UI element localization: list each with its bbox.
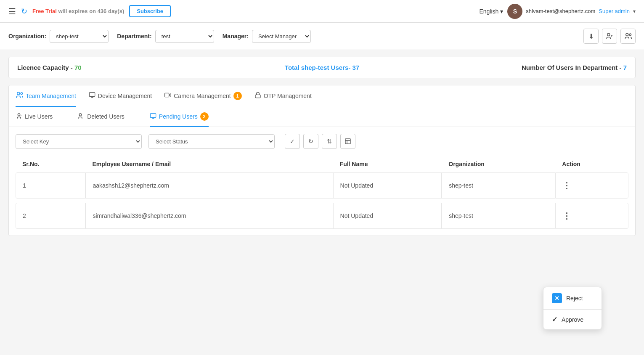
- camera-icon: [164, 92, 171, 100]
- tabs-area: Team Management Device Management Camera…: [8, 85, 636, 236]
- key-select[interactable]: Select Key: [16, 134, 142, 149]
- topbar-right: English ▾ S shivam-test@shephertz.com Su…: [479, 4, 636, 19]
- svg-rect-11: [255, 95, 260, 98]
- trial-text: Free Trial will expires on 436 day(s): [32, 8, 124, 14]
- approve-all-button[interactable]: ✓: [285, 134, 300, 149]
- language-selector[interactable]: English ▾: [479, 8, 503, 15]
- tab-live-users[interactable]: Live Users: [16, 108, 53, 127]
- tab-deleted-users[interactable]: Deleted Users: [78, 108, 125, 127]
- sort-button[interactable]: ⇅: [322, 134, 337, 149]
- team-management-label: Team Management: [26, 93, 76, 99]
- tab-team-management[interactable]: Team Management: [16, 85, 76, 107]
- svg-line-13: [21, 115, 21, 115]
- content-filters: Select Key Select Status ✓ ↻ ⇅: [9, 127, 635, 156]
- dept-filter-group: Department: test: [117, 30, 214, 43]
- licence-label: Licence Capacity -: [17, 64, 74, 71]
- cell-org: shep-test: [442, 172, 555, 199]
- camera-management-label: Camera Management: [174, 93, 231, 99]
- chevron-down-icon: ▾: [500, 8, 503, 15]
- tab-device-management[interactable]: Device Management: [89, 86, 152, 107]
- cell-srno: 1: [16, 172, 85, 199]
- col-fullname: Full Name: [333, 156, 442, 172]
- refresh-icon[interactable]: ↻: [21, 7, 27, 16]
- org-label: Organization:: [8, 33, 46, 40]
- device-management-label: Device Management: [98, 93, 152, 99]
- org-filter-group: Organization: shep-test: [8, 30, 109, 43]
- table-row: 2 simrandhaliwal336@shephertz.com Not Up…: [16, 203, 628, 229]
- cell-srno: 2: [16, 203, 85, 229]
- language-label: English: [479, 8, 498, 15]
- bulk-user-button[interactable]: [620, 29, 636, 44]
- svg-point-5: [17, 92, 20, 95]
- row-action-dots[interactable]: ⋮: [562, 181, 571, 190]
- tab-otp-management[interactable]: OTP Management: [254, 86, 312, 107]
- svg-rect-7: [89, 93, 95, 96]
- download-button[interactable]: ⬇: [583, 29, 599, 44]
- pending-users-icon: [150, 113, 156, 121]
- total-users-value: 37: [352, 64, 359, 71]
- pending-users-label: Pending Users: [159, 113, 198, 120]
- licence-capacity: Licence Capacity - 70: [17, 64, 220, 71]
- table-row: 1 aakashsh12@shephertz.com Not Updated s…: [16, 172, 628, 199]
- tab-pending-users[interactable]: Pending Users 2: [150, 107, 209, 127]
- col-org: Organization: [442, 156, 555, 172]
- total-users: Total shep-test Users- 37: [220, 64, 424, 71]
- sub-tabs: Live Users Deleted Users Pending Users 2: [9, 107, 635, 127]
- tab-camera-management[interactable]: Camera Management 1: [164, 86, 241, 107]
- svg-point-14: [79, 114, 81, 116]
- col-srno: Sr.No.: [16, 156, 85, 172]
- table-header-row: Sr.No. Employee Username / Email Full Na…: [16, 156, 628, 172]
- table-area: Sr.No. Employee Username / Email Full Na…: [9, 156, 635, 236]
- cell-fullname: Not Updated: [333, 172, 442, 199]
- live-users-label: Live Users: [25, 113, 53, 120]
- topbar-left: ☰ ↻ Free Trial will expires on 436 day(s…: [8, 5, 479, 17]
- cell-org: shep-test: [442, 203, 555, 229]
- people-icon: [16, 91, 23, 100]
- cell-email: aakashsh12@shephertz.com: [85, 172, 333, 199]
- col-action: Action: [555, 156, 628, 172]
- dept-select[interactable]: test: [155, 30, 214, 43]
- row-action-dots-2[interactable]: ⋮: [562, 211, 571, 220]
- monitor-icon: [89, 92, 95, 100]
- svg-rect-18: [345, 139, 350, 144]
- subscribe-button[interactable]: Subscribe: [129, 5, 171, 17]
- dept-label: Department:: [117, 33, 151, 40]
- user-info: S shivam-test@shephertz.com Super admin …: [507, 4, 636, 19]
- svg-rect-15: [150, 114, 156, 117]
- add-user-button[interactable]: [602, 29, 617, 44]
- org-select[interactable]: shep-test: [50, 30, 109, 43]
- table-action-icons: ✓ ↻ ⇅: [285, 134, 355, 149]
- hamburger-icon[interactable]: ☰: [8, 6, 16, 16]
- main-tabs: Team Management Device Management Camera…: [9, 85, 635, 107]
- users-table: Sr.No. Employee Username / Email Full Na…: [16, 156, 628, 229]
- pending-badge: 2: [200, 112, 209, 121]
- export-button[interactable]: [340, 134, 355, 149]
- user-email: shivam-test@shephertz.com: [526, 8, 595, 14]
- dept-users-label: Number Of Users In Department -: [522, 64, 623, 71]
- user-dropdown-arrow[interactable]: ▾: [633, 8, 636, 14]
- manager-label: Manager:: [223, 33, 249, 40]
- live-users-icon: [16, 113, 22, 121]
- svg-rect-10: [165, 93, 169, 97]
- otp-management-label: OTP Management: [264, 93, 312, 99]
- cell-action: ⋮: [555, 203, 628, 229]
- refresh-table-button[interactable]: ↻: [303, 134, 318, 149]
- svg-point-4: [629, 34, 631, 36]
- cell-email: simrandhaliwal336@shephertz.com: [85, 203, 333, 229]
- user-role: Super admin: [599, 8, 630, 14]
- status-select[interactable]: Select Status: [148, 134, 275, 149]
- total-users-label: Total shep-test Users-: [285, 64, 352, 71]
- dept-users: Number Of Users In Department - 7: [424, 64, 627, 71]
- deleted-users-icon: [78, 113, 85, 121]
- cell-action: ⋮: [555, 172, 628, 199]
- avatar: S: [507, 4, 522, 19]
- row-spacer: [16, 199, 628, 203]
- svg-point-3: [626, 33, 628, 36]
- manager-select[interactable]: Select Manager: [252, 30, 311, 43]
- manager-filter-group: Manager: Select Manager: [223, 30, 311, 43]
- camera-badge: 1: [233, 92, 242, 100]
- deleted-users-label: Deleted Users: [87, 113, 125, 120]
- licence-value: 70: [74, 64, 82, 71]
- filter-actions: ⬇: [583, 29, 636, 44]
- svg-point-0: [607, 33, 610, 36]
